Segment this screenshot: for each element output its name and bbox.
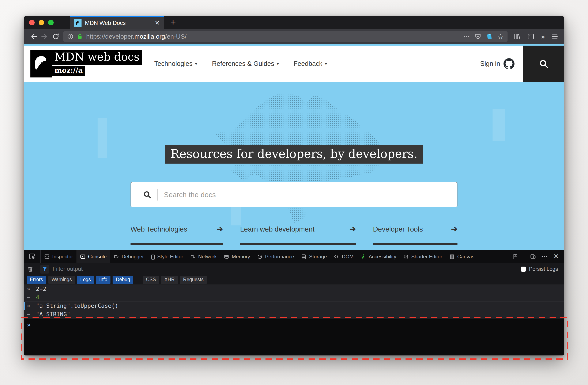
hamburger-menu-icon[interactable] — [551, 33, 558, 40]
forward-button[interactable] — [39, 33, 50, 41]
devtools-menu-icon[interactable]: ••• — [542, 254, 548, 259]
filter-chip-requests[interactable]: Requests — [180, 276, 207, 284]
dom-icon — [334, 254, 339, 260]
devtools-tab-inspector[interactable]: Inspector — [41, 250, 76, 263]
devtools-tab-style-editor[interactable]: { } Style Editor — [147, 250, 187, 263]
braces-icon: { } — [151, 254, 155, 260]
console-icon — [80, 254, 86, 260]
search-icon — [143, 190, 152, 199]
devtools-toolbar: Inspector Console Debugger { } Style Edi… — [24, 250, 564, 263]
mozilla-wordmark: moz://a — [52, 66, 85, 76]
minimize-window-button[interactable] — [39, 20, 44, 25]
arrow-right-icon: ➔ — [350, 224, 356, 233]
mdn-nav: Technologies▾ References & Guides▾ Feedb… — [154, 60, 327, 68]
filter-chip-info[interactable]: Info — [96, 276, 110, 284]
sign-in-link[interactable]: Sign in — [480, 46, 523, 82]
chevron-down-icon: ▾ — [325, 61, 327, 66]
hero-ghost-shape — [493, 109, 505, 141]
close-window-button[interactable] — [29, 20, 35, 25]
site-info-icon[interactable] — [67, 33, 74, 40]
devtools-tab-shader-editor[interactable]: Shader Editor — [399, 250, 446, 263]
console-row-result[interactable]: ← 4 — [24, 293, 564, 302]
browser-toolbar: https://developer.mozilla.org/en-US/ •••… — [24, 29, 564, 44]
tab-title: MDN Web Docs — [85, 20, 151, 26]
result-marker-icon: ← — [27, 311, 36, 317]
browser-tab[interactable]: MDN Web Docs ✕ — [70, 16, 164, 29]
screenshot-icon[interactable] — [486, 33, 493, 40]
dock-options-icon[interactable] — [530, 253, 536, 260]
reload-button[interactable] — [50, 33, 61, 40]
link-developer-tools[interactable]: Developer Tools➔ — [373, 224, 458, 245]
tab-close-icon[interactable]: ✕ — [155, 20, 160, 26]
console-row-input[interactable]: » 2+2 — [24, 285, 564, 293]
devtools-tab-accessibility[interactable]: Accessibility — [357, 250, 399, 263]
devtools-tab-dom[interactable]: DOM — [330, 250, 357, 263]
accessibility-icon — [360, 254, 366, 260]
input-marker-icon: » — [27, 303, 36, 309]
filter-chip-debug[interactable]: Debug — [113, 276, 133, 284]
search-icon — [539, 59, 549, 69]
link-learn-web-development[interactable]: Learn web development➔ — [240, 224, 356, 245]
arrow-right-icon: ➔ — [217, 224, 223, 233]
chevron-down-icon: ▾ — [195, 61, 197, 66]
devtools-tab-debugger[interactable]: Debugger — [110, 250, 147, 263]
persist-logs-checkbox[interactable] — [521, 267, 526, 272]
filter-toggle-button[interactable] — [40, 265, 49, 274]
pocket-icon[interactable] — [475, 33, 481, 40]
sidebar-icon[interactable] — [527, 33, 535, 40]
page-top-accent — [24, 44, 564, 46]
memory-icon — [223, 254, 229, 260]
overflow-menu-icon[interactable]: » — [541, 32, 545, 41]
console-row-input[interactable]: » "a String".toUpperCase() — [24, 302, 564, 310]
filter-chip-warnings[interactable]: Warnings — [48, 276, 75, 284]
console-output: » 2+2 ← 4 » "a String".toUpperCase() ← "… — [24, 285, 564, 319]
console-prompt-icon: » — [27, 322, 31, 328]
library-icon[interactable] — [513, 33, 521, 40]
performance-icon — [257, 254, 263, 260]
back-button[interactable] — [28, 33, 39, 41]
page-actions-icon[interactable]: ••• — [463, 34, 470, 39]
devtools-tab-canvas[interactable]: Canvas — [446, 250, 478, 263]
devtools-close-icon[interactable]: ✕ — [553, 252, 559, 261]
persist-logs-control[interactable]: Persist Logs — [521, 266, 561, 272]
link-web-technologies[interactable]: Web Technologies➔ — [130, 224, 223, 245]
devtools-tab-performance[interactable]: Performance — [253, 250, 297, 263]
filter-output-input[interactable]: Filter output — [53, 266, 83, 272]
titlebar: MDN Web Docs ✕ + — [24, 16, 564, 29]
devtools-tab-storage[interactable]: Storage — [297, 250, 330, 263]
docs-search-input[interactable]: Search the docs — [130, 182, 458, 207]
element-picker-button[interactable] — [24, 250, 41, 263]
console-filter-row: Filter output Persist Logs — [24, 263, 564, 275]
clear-console-icon[interactable] — [27, 266, 33, 272]
nav-references-guides[interactable]: References & Guides▾ — [212, 60, 279, 68]
devtools-tab-memory[interactable]: Memory — [220, 250, 253, 263]
input-marker-icon: » — [27, 286, 36, 292]
hero-section: Resources for developers, by developers.… — [24, 82, 564, 250]
nav-feedback[interactable]: Feedback▾ — [294, 60, 327, 68]
filter-chip-xhr[interactable]: XHR — [161, 276, 178, 284]
search-placeholder: Search the docs — [164, 191, 216, 199]
devtools-tab-network[interactable]: Network — [187, 250, 220, 263]
header-search-button[interactable] — [523, 46, 564, 82]
new-tab-button[interactable]: + — [164, 16, 176, 29]
filter-chip-errors[interactable]: Errors — [27, 276, 46, 284]
browser-window: MDN Web Docs ✕ + https://developer.mozil… — [24, 16, 564, 355]
console-row-result[interactable]: ← "A STRING" — [24, 310, 564, 319]
persist-logs-label: Persist Logs — [529, 266, 558, 272]
nav-technologies[interactable]: Technologies▾ — [154, 60, 197, 68]
https-lock-icon[interactable] — [77, 33, 83, 40]
bookmark-star-icon[interactable]: ☆ — [497, 33, 504, 40]
result-marker-icon: ← — [27, 294, 36, 300]
debugger-icon — [113, 254, 119, 260]
console-filter-chips: Errors Warnings Logs Info Debug CSS XHR … — [24, 275, 564, 285]
filter-chip-css[interactable]: CSS — [143, 276, 159, 284]
select-iframe-icon[interactable] — [512, 253, 519, 260]
mdn-logo[interactable]: MDN web docs moz://a — [30, 50, 142, 78]
devtools-tab-console[interactable]: Console — [76, 250, 110, 263]
zoom-window-button[interactable] — [48, 20, 54, 25]
url-bar[interactable]: https://developer.mozilla.org/en-US/ •••… — [63, 31, 507, 42]
filter-chip-logs[interactable]: Logs — [77, 276, 94, 284]
console-input[interactable]: » — [24, 319, 564, 355]
search-divider — [157, 189, 158, 201]
url-text[interactable]: https://developer.mozilla.org/en-US/ — [86, 33, 460, 40]
